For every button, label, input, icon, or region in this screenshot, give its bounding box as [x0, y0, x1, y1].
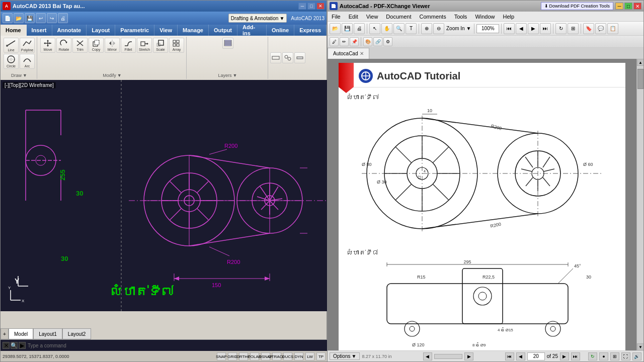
tab-manage[interactable]: Manage: [178, 25, 209, 36]
move-tool-button[interactable]: Move: [40, 38, 55, 53]
pdf-next-page-button[interactable]: ▶: [528, 23, 539, 34]
utilities-tool[interactable]: [294, 52, 305, 63]
pdf-stamp-button[interactable]: 📋: [607, 23, 618, 34]
pdf-t2-btn3[interactable]: 📌: [350, 37, 359, 46]
pdf-menu-tools[interactable]: Tools: [452, 14, 469, 20]
pdf-t2-btn4[interactable]: 🔗: [373, 37, 382, 46]
tab-parametric[interactable]: Parametric: [115, 25, 154, 36]
cmdline-close-button[interactable]: ✕: [3, 342, 10, 349]
pdf-menu-edit[interactable]: Edit: [347, 14, 360, 20]
tab-express[interactable]: Express: [294, 25, 327, 36]
pdf-last-nav-button[interactable]: ⏭: [571, 352, 580, 360]
model-tab[interactable]: Model: [9, 328, 33, 339]
grid-button[interactable]: GRID: [228, 352, 237, 360]
pdf-menu-help[interactable]: Help: [501, 14, 517, 20]
pdf-open-button[interactable]: 📂: [330, 23, 341, 34]
pdf-menu-view[interactable]: View: [364, 14, 380, 20]
pdf-prev-nav-button[interactable]: ◀: [516, 352, 525, 360]
stretch-tool-button[interactable]: Stretch: [137, 38, 152, 53]
pdf-scroll-thumb[interactable]: [637, 69, 643, 89]
layout2-tab[interactable]: Layout2: [62, 328, 92, 339]
groups-tool[interactable]: [282, 52, 293, 63]
pdf-comment-button[interactable]: 💬: [595, 23, 606, 34]
polar-button[interactable]: POLAR: [250, 352, 259, 360]
pdf-zoom-fit-button[interactable]: ⊞: [610, 352, 619, 360]
snap-button[interactable]: SNAP: [217, 352, 226, 360]
tab-layout[interactable]: Layout: [87, 25, 115, 36]
pdf-hscrollbar[interactable]: [434, 354, 462, 359]
pdf-scrollbar-vertical[interactable]: ▲ ▼: [636, 59, 643, 350]
lw-button[interactable]: LW: [305, 352, 314, 360]
maximize-button[interactable]: □: [307, 3, 315, 10]
qat-open-button[interactable]: 📂: [14, 13, 24, 23]
pdf-t2-btn1[interactable]: 🖊: [330, 37, 339, 46]
tab-insert[interactable]: Insert: [27, 25, 52, 36]
line-tool-button[interactable]: Line: [4, 38, 19, 53]
pdf-zoomin2-button[interactable]: ⊕: [421, 23, 432, 34]
ortho-button[interactable]: ORTHO: [239, 352, 248, 360]
tab-close-icon[interactable]: ✕: [360, 51, 364, 56]
copy-tool-button[interactable]: Copy: [89, 38, 104, 53]
pdf-text-button[interactable]: T: [406, 23, 417, 34]
pdf-t2-color1[interactable]: 🎨: [363, 37, 372, 46]
array-tool-button[interactable]: Array: [169, 38, 184, 53]
tab-home[interactable]: Home: [1, 25, 27, 36]
tab-annotate[interactable]: Annotate: [52, 25, 87, 36]
pdf-print-button[interactable]: 🖨: [354, 23, 365, 34]
pdf-close-button[interactable]: ✕: [633, 3, 641, 10]
fillet-tool-button[interactable]: Fillet: [121, 38, 136, 53]
otrack-button[interactable]: OTRACK: [272, 352, 281, 360]
ducs-button[interactable]: DUCS: [283, 352, 292, 360]
qat-print-button[interactable]: 🖨: [58, 13, 68, 23]
pdf-menu-window[interactable]: Window: [473, 14, 497, 20]
download-pdf-button[interactable]: ⬇ Download PDF Creation Tools: [541, 2, 613, 10]
pdf-cursor-button[interactable]: ↖: [369, 23, 380, 34]
pdf-hleft-button[interactable]: ◀: [423, 352, 432, 360]
pdf-scroll-down-button[interactable]: ▼: [637, 343, 643, 350]
qat-new-button[interactable]: 📄: [3, 13, 13, 23]
pdf-minimize-button[interactable]: ─: [615, 3, 623, 10]
tab-view[interactable]: View: [154, 25, 178, 36]
scale-tool-button[interactable]: Scale: [153, 38, 168, 53]
pdf-t2-btn5[interactable]: ⚙: [383, 37, 392, 46]
pdf-status-button[interactable]: ●: [599, 352, 608, 360]
pdf-options-button[interactable]: Options ▼: [330, 352, 360, 360]
dyn-button[interactable]: DYN: [294, 352, 303, 360]
zoom-level-input[interactable]: [476, 24, 499, 33]
polyline-tool-button[interactable]: Polyline: [20, 38, 35, 53]
qat-save-button[interactable]: 💾: [25, 13, 35, 23]
pdf-prev-page-button[interactable]: ◀: [516, 23, 527, 34]
pdf-bookmark-button[interactable]: 🔖: [583, 23, 594, 34]
pdf-t2-btn2[interactable]: ✏: [340, 37, 349, 46]
cmdline-expand-button[interactable]: ▶: [19, 342, 26, 349]
tab-online[interactable]: Online: [267, 25, 294, 36]
mirror-tool-button[interactable]: Mirror: [105, 38, 120, 53]
pdf-hright-button[interactable]: ▶: [464, 352, 473, 360]
tab-output[interactable]: Output: [209, 25, 237, 36]
layout1-tab[interactable]: Layout1: [33, 328, 62, 339]
close-button[interactable]: ✕: [316, 3, 325, 10]
arc-tool-button[interactable]: Arc: [20, 54, 35, 69]
pdf-first-page-button[interactable]: ⏮: [504, 23, 515, 34]
pdf-page-number-input[interactable]: [527, 352, 545, 360]
pdf-zoom-in-button[interactable]: 🔍: [393, 23, 405, 34]
pdf-maximize-button[interactable]: □: [624, 3, 632, 10]
pdf-fullscreen-button[interactable]: ⛶: [621, 352, 630, 360]
pdf-hand-button[interactable]: ✋: [381, 23, 392, 34]
pdf-audio-button[interactable]: 🔊: [632, 352, 641, 360]
circle-tool-button[interactable]: Circle: [4, 54, 19, 69]
qat-undo-button[interactable]: ↩: [36, 13, 46, 23]
pdf-refresh-button[interactable]: ↻: [588, 352, 597, 360]
rotate-tool-button[interactable]: Rotate: [56, 38, 71, 53]
new-layout-button[interactable]: +: [1, 328, 9, 339]
trim-tool-button[interactable]: Trim: [72, 38, 88, 53]
pdf-scroll-area[interactable]: AutoCAD Tutorial លំហាត់ទី៧: [328, 59, 636, 350]
pdf-zoomout-button[interactable]: ⊖: [433, 23, 444, 34]
pdf-scroll-up-button[interactable]: ▲: [637, 59, 643, 66]
qat-redo-button[interactable]: ↪: [47, 13, 57, 23]
pdf-menu-document[interactable]: Document: [384, 14, 413, 20]
pdf-next-nav-button[interactable]: ▶: [560, 352, 569, 360]
minimize-button[interactable]: ─: [298, 3, 306, 10]
autocacad-tab[interactable]: AutocaCad ✕: [328, 48, 369, 59]
tab-addins[interactable]: Add-ins: [237, 25, 267, 36]
